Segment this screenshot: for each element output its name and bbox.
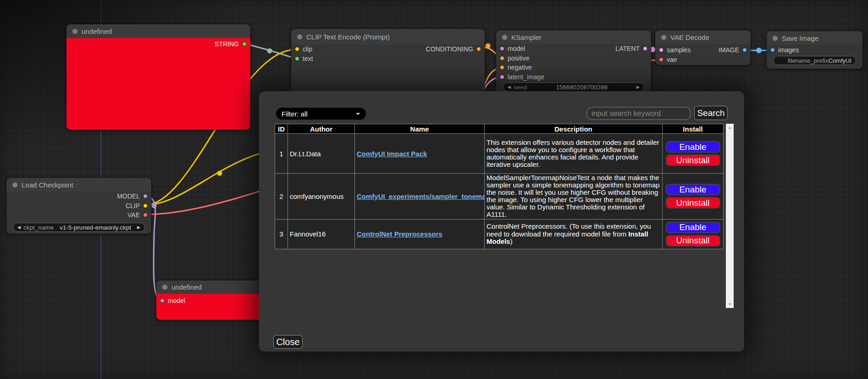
arrow-left-icon[interactable]: ◀: [17, 225, 21, 230]
extension-table-container: ID Author Name Description Install 1 Dr.…: [274, 124, 734, 308]
output-port-string[interactable]: [242, 42, 247, 46]
cell-id: 3: [275, 219, 288, 249]
uninstall-button[interactable]: Uninstall: [666, 197, 720, 209]
table-header-row: ID Author Name Description Install: [275, 124, 724, 134]
header-description: Description: [485, 124, 663, 134]
node-status-dot: [297, 34, 302, 39]
widget-value: ComfyUI: [828, 57, 851, 64]
cell-id: 2: [275, 174, 288, 220]
extension-link[interactable]: ControlNet Preprocessors: [357, 230, 442, 238]
node-title: VAE Decode: [670, 33, 709, 41]
search-button[interactable]: Search: [694, 106, 728, 120]
table-row: 3 Fannovel16 ControlNet Preprocessors Co…: [275, 219, 724, 249]
cell-description: ModelSamplerTonemapNoiseTest a node that…: [485, 174, 663, 220]
output-label-clip: CLIP: [126, 202, 140, 209]
widget-value: 156680208700286: [556, 84, 608, 91]
link-dot-string[interactable]: [267, 49, 272, 54]
node-status-dot: [773, 36, 778, 41]
node-title: undefined: [171, 283, 202, 291]
extension-link[interactable]: ComfyUI Impact Pack: [357, 150, 427, 158]
enable-button[interactable]: Enable: [666, 141, 720, 153]
node-title-bar[interactable]: KSampler: [496, 30, 651, 44]
input-port-model[interactable]: [160, 298, 165, 303]
node-title: undefined: [82, 27, 112, 35]
input-label-images: images: [778, 46, 799, 54]
uninstall-button[interactable]: Uninstall: [666, 235, 720, 247]
input-label-text: text: [303, 55, 313, 62]
seed-widget[interactable]: ◀ seed 156680208700286 ▶: [503, 82, 644, 92]
extension-table: ID Author Name Description Install 1 Dr.…: [275, 124, 724, 249]
input-port-model[interactable]: [500, 46, 504, 51]
enable-button[interactable]: Enable: [666, 184, 720, 195]
node-title-bar[interactable]: VAE Decode: [655, 30, 751, 44]
filter-select-wrap: Filter: all ⌄: [276, 108, 366, 120]
scroll-up-icon[interactable]: ▲: [726, 125, 734, 130]
cell-install: Enable Uninstall: [663, 134, 724, 174]
input-label-negative: negative: [508, 64, 532, 71]
node-title-bar[interactable]: CLIP Text Encode (Prompt): [291, 29, 485, 44]
input-label-model: model: [168, 297, 185, 304]
node-title: Load Checkpoint: [22, 181, 73, 189]
output-label-vae: VAE: [127, 211, 140, 219]
arrow-right-icon[interactable]: ▶: [137, 225, 140, 230]
input-port-negative[interactable]: [500, 65, 504, 70]
node-title-bar[interactable]: Load Checkpoint: [6, 178, 151, 192]
ckpt-name-widget[interactable]: ◀ ckpt_name v1-5-pruned-emaonly.ckpt ▶: [13, 223, 145, 232]
close-button[interactable]: Close: [273, 335, 303, 349]
input-label-latent-image: latent_image: [508, 73, 544, 81]
scrollbar[interactable]: ▲ ▼: [726, 124, 734, 308]
output-port-model[interactable]: [143, 194, 148, 198]
uninstall-button[interactable]: Uninstall: [666, 154, 720, 166]
node-title-bar[interactable]: undefined: [156, 280, 266, 294]
widget-value: v1-5-pruned-emaonly.ckpt: [60, 224, 131, 231]
output-label-latent: LATENT: [615, 45, 640, 52]
output-port-image[interactable]: [742, 48, 747, 52]
input-port-images[interactable]: [770, 48, 775, 52]
input-label-model: model: [508, 45, 525, 52]
arrow-left-icon[interactable]: ◀: [508, 85, 511, 89]
cell-description: This extension offers various detector n…: [485, 134, 663, 174]
arrow-right-icon[interactable]: ▶: [636, 85, 640, 89]
table-row: 2 comfyanonymous ComfyUI_experiments/sam…: [275, 174, 724, 220]
scroll-down-icon[interactable]: ▼: [726, 302, 734, 307]
output-port-latent[interactable]: [643, 46, 647, 51]
enable-button[interactable]: Enable: [666, 222, 720, 233]
node-save-image[interactable]: Save Image images filename_prefix ComfyU…: [767, 31, 862, 69]
node-undefined-top[interactable]: undefined STRING: [66, 24, 250, 130]
input-port-text[interactable]: [295, 56, 299, 61]
node-title: KSampler: [511, 33, 542, 41]
input-label-samples: samples: [667, 46, 691, 54]
input-port-samples[interactable]: [659, 48, 663, 52]
node-load-checkpoint[interactable]: Load Checkpoint MODEL CLIP VAE ◀ ckpt_na…: [6, 178, 151, 234]
link-dot-conditioning[interactable]: [486, 44, 491, 49]
output-port-clip[interactable]: [143, 203, 148, 208]
widget-label: ckpt_name: [23, 224, 54, 231]
header-author: Author: [288, 124, 355, 134]
cell-author: Dr.Lt.Data: [288, 134, 355, 174]
extension-link[interactable]: ComfyUI_experiments/sampler_tonemap: [357, 192, 485, 200]
input-port-positive[interactable]: [500, 56, 504, 60]
input-port-vae[interactable]: [659, 57, 663, 62]
output-port-conditioning[interactable]: [476, 47, 481, 51]
link-dot-image[interactable]: [756, 48, 762, 53]
link-dot-model[interactable]: [152, 203, 157, 209]
output-port-vae[interactable]: [143, 213, 148, 217]
node-title-bar[interactable]: undefined: [66, 24, 250, 38]
search-input[interactable]: [586, 107, 691, 120]
input-label-clip: clip: [303, 45, 312, 53]
cell-install: Enable Uninstall: [663, 174, 724, 220]
input-port-latent-image[interactable]: [500, 75, 504, 79]
node-vae-decode[interactable]: VAE Decode samples vae IMAGE: [655, 30, 751, 65]
cell-author: comfyanonymous: [288, 174, 355, 220]
header-install: Install: [663, 124, 724, 134]
filter-select[interactable]: Filter: all: [276, 108, 366, 120]
input-port-clip[interactable]: [295, 47, 299, 51]
cell-description: ControlNet Preprocessors. (To use this e…: [485, 219, 663, 249]
filename-prefix-widget[interactable]: filename_prefix ComfyUI: [773, 56, 856, 65]
node-status-dot: [502, 35, 507, 40]
node-title-bar[interactable]: Save Image: [767, 31, 862, 45]
cell-install: Enable Uninstall: [663, 219, 724, 249]
link-dot-clip[interactable]: [217, 171, 222, 176]
node-undefined-bottom[interactable]: undefined model: [156, 280, 266, 320]
output-label-model: MODEL: [117, 192, 140, 200]
